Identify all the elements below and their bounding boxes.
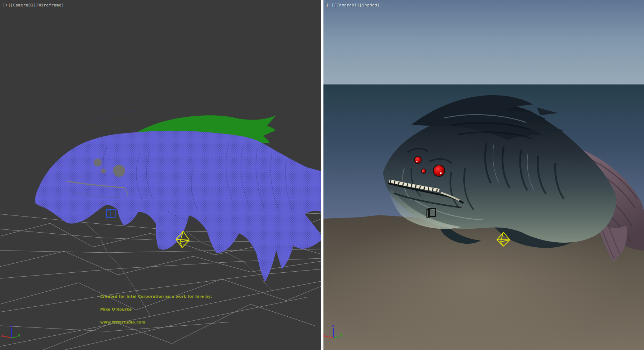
viewport-layout: x z y [+][Camera01][Wireframe] Created f… (0, 0, 644, 350)
axis-z-label: z (332, 324, 334, 328)
axis-x-label: x (1, 333, 4, 338)
axis-y-label: y (18, 333, 20, 337)
fish-wire-stipple (35, 131, 321, 282)
shaded-scene: x z y (323, 0, 644, 350)
axis-y-label: y (340, 333, 342, 337)
axis-gizmo: x z y (1, 324, 20, 338)
wireframe-scene: x z y (0, 0, 321, 350)
viewport-shaded[interactable]: x z y [+][Camera01][Shaded] Created for … (323, 0, 644, 350)
fish-model-wireframe[interactable] (35, 111, 321, 282)
viewport-label-shaded[interactable]: [+][Camera01][Shaded] (326, 3, 380, 8)
axis-z-label: z (10, 324, 12, 328)
viewport-label-wireframe[interactable]: [+][Camera01][Wireframe] (3, 3, 64, 8)
viewport-wireframe[interactable]: x z y [+][Camera01][Wireframe] Created f… (0, 0, 321, 350)
viewport-splitter[interactable] (321, 0, 323, 350)
axis-x-label: x (323, 333, 326, 338)
dummy-box-helper[interactable] (106, 209, 115, 218)
